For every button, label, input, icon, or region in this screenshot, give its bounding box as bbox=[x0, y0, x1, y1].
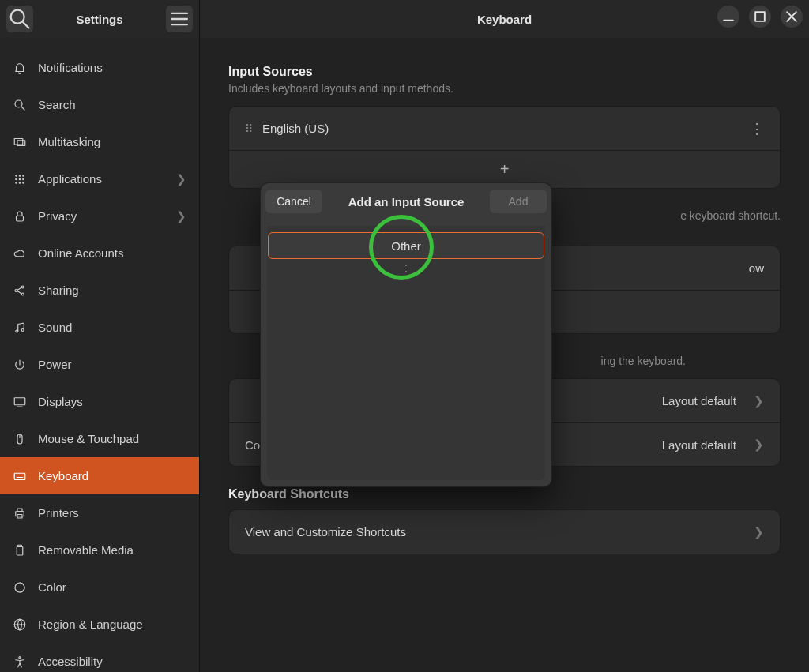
compose-key-value: Layout default bbox=[662, 438, 736, 452]
sidebar-header: Settings bbox=[0, 0, 200, 38]
chevron-right-icon: ❯ bbox=[754, 437, 764, 452]
mouse-icon bbox=[13, 432, 27, 446]
printer-icon bbox=[13, 506, 27, 520]
search-icon bbox=[6, 6, 33, 32]
chevron-right-icon: ❯ bbox=[754, 525, 764, 539]
sidebar-item-region-language[interactable]: Region & Language bbox=[0, 606, 199, 643]
svg-rect-37 bbox=[17, 509, 22, 512]
sidebar-item-label: Accessibility bbox=[38, 655, 103, 668]
power-icon bbox=[13, 358, 27, 372]
bell-icon bbox=[13, 61, 27, 75]
add-input-source-dialog: Cancel Add an Input Source Add Other ⋮ bbox=[261, 183, 551, 486]
shortcuts-title: Keyboard Shortcuts bbox=[228, 487, 781, 501]
share-icon bbox=[13, 283, 27, 298]
svg-rect-34 bbox=[14, 473, 25, 479]
svg-point-15 bbox=[23, 175, 24, 176]
sidebar-item-label: Power bbox=[38, 358, 72, 371]
alternate-chars-value: Layout default bbox=[662, 394, 736, 407]
sidebar-item-label: Privacy bbox=[38, 209, 77, 223]
input-source-option-other[interactable]: Other bbox=[268, 232, 544, 259]
shortcuts-list: View and Customize Shortcuts ❯ bbox=[228, 509, 781, 554]
accessibility-icon bbox=[13, 655, 27, 669]
svg-line-26 bbox=[17, 287, 21, 290]
sidebar-item-sharing[interactable]: Sharing bbox=[0, 272, 199, 309]
maximize-button[interactable] bbox=[749, 6, 771, 28]
close-button[interactable] bbox=[781, 6, 803, 28]
view-shortcuts-row[interactable]: View and Customize Shortcuts ❯ bbox=[229, 510, 780, 554]
sidebar-item-label: Sharing bbox=[38, 283, 79, 297]
sidebar: Notifications Search Multitasking Applic… bbox=[0, 38, 200, 672]
switching-row-fragment: ow bbox=[749, 261, 764, 275]
add-input-source-row[interactable]: + bbox=[229, 150, 780, 188]
input-sources-title: Input Sources bbox=[228, 65, 781, 79]
sidebar-item-applications[interactable]: Applications❯ bbox=[0, 160, 199, 197]
maximize-icon bbox=[749, 6, 771, 28]
svg-point-43 bbox=[19, 656, 21, 658]
hamburger-icon bbox=[166, 6, 193, 32]
minimize-button[interactable] bbox=[717, 6, 739, 28]
window-controls bbox=[717, 6, 803, 28]
sidebar-item-multitasking[interactable]: Multitasking bbox=[0, 123, 199, 160]
svg-point-29 bbox=[21, 328, 24, 331]
svg-rect-30 bbox=[14, 397, 25, 404]
lock-icon bbox=[13, 209, 27, 223]
input-sources-section: Input Sources Includes keyboard layouts … bbox=[228, 65, 781, 189]
color-icon bbox=[13, 580, 27, 595]
cancel-button[interactable]: Cancel bbox=[265, 190, 322, 213]
svg-rect-36 bbox=[16, 511, 24, 516]
search-button[interactable] bbox=[6, 6, 33, 32]
sidebar-item-label: Color bbox=[38, 580, 66, 594]
svg-point-14 bbox=[19, 175, 21, 176]
chevron-right-icon: ❯ bbox=[176, 209, 186, 223]
sidebar-item-label: Notifications bbox=[38, 61, 103, 74]
sidebar-item-mouse[interactable]: Mouse & Touchpad bbox=[0, 420, 199, 457]
sidebar-item-removable-media[interactable]: Removable Media bbox=[0, 531, 199, 569]
content-header: Keyboard bbox=[200, 0, 809, 38]
input-sources-list: ⠿ English (US) ⋮ + bbox=[228, 106, 781, 189]
more-button[interactable]: ⋮ bbox=[750, 120, 764, 137]
sidebar-item-label: Keyboard bbox=[38, 469, 88, 482]
chevron-right-icon: ❯ bbox=[754, 394, 764, 408]
sidebar-item-color[interactable]: Color bbox=[0, 569, 199, 606]
more-indicator-icon: ⋮ bbox=[402, 264, 411, 272]
sidebar-item-printers[interactable]: Printers bbox=[0, 494, 199, 531]
svg-line-1 bbox=[23, 22, 28, 28]
display-icon bbox=[13, 395, 27, 409]
sidebar-item-online-accounts[interactable]: Online Accounts bbox=[0, 235, 199, 272]
view-shortcuts-label: View and Customize Shortcuts bbox=[245, 525, 406, 539]
usb-icon bbox=[13, 543, 27, 557]
sidebar-item-label: Online Accounts bbox=[38, 246, 123, 260]
svg-point-9 bbox=[15, 100, 22, 107]
sidebar-item-label: Multitasking bbox=[38, 135, 100, 148]
minimize-icon bbox=[717, 6, 739, 28]
multitasking-icon bbox=[13, 135, 27, 149]
sidebar-item-power[interactable]: Power bbox=[0, 346, 199, 383]
sidebar-item-accessibility[interactable]: Accessibility bbox=[0, 643, 199, 672]
svg-line-27 bbox=[17, 291, 21, 293]
grid-icon bbox=[13, 172, 27, 186]
sidebar-item-label: Region & Language bbox=[38, 618, 143, 631]
svg-point-19 bbox=[16, 182, 17, 183]
add-button[interactable]: Add bbox=[490, 190, 547, 213]
svg-point-28 bbox=[16, 330, 18, 332]
sidebar-item-privacy[interactable]: Privacy❯ bbox=[0, 197, 199, 235]
input-source-row[interactable]: ⠿ English (US) ⋮ bbox=[229, 107, 780, 150]
keyboard-icon bbox=[13, 469, 27, 483]
drag-handle-icon[interactable]: ⠿ bbox=[245, 122, 248, 135]
music-icon bbox=[13, 321, 27, 335]
dialog-body: Other ⋮ bbox=[267, 226, 545, 480]
input-source-option-label: Other bbox=[391, 239, 421, 253]
sidebar-item-keyboard[interactable]: Keyboard bbox=[0, 457, 199, 494]
input-source-label: English (US) bbox=[262, 122, 329, 135]
sidebar-item-notifications[interactable]: Notifications bbox=[0, 49, 199, 86]
plus-icon: + bbox=[500, 160, 510, 178]
menu-button[interactable] bbox=[166, 6, 193, 32]
sidebar-item-label: Search bbox=[38, 98, 76, 111]
cloud-icon bbox=[13, 246, 27, 261]
sidebar-item-displays[interactable]: Displays bbox=[0, 383, 199, 420]
sidebar-item-label: Sound bbox=[38, 321, 72, 334]
svg-point-21 bbox=[23, 182, 24, 183]
sidebar-item-search[interactable]: Search bbox=[0, 86, 199, 123]
sidebar-item-sound[interactable]: Sound bbox=[0, 309, 199, 346]
sidebar-item-label: Mouse & Touchpad bbox=[38, 432, 139, 445]
